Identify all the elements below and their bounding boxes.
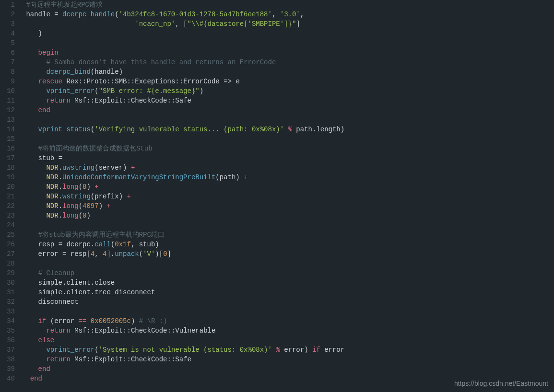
token: :: [79,78,87,85]
token: #向远程主机发起RPC请求 [26,1,103,9]
token: handle [22,11,54,18]
code-line[interactable]: NDR.long(4097) + [22,201,554,211]
token [22,164,46,172]
code-line[interactable]: vprint_error("SMB error: #{e.message}") [22,86,554,96]
token: + [106,202,110,210]
token: 4 [91,250,94,258]
code-line[interactable]: stub = [22,153,554,163]
line-number: 17 [0,153,15,163]
code-line[interactable]: end [22,105,554,115]
token: error [320,346,344,354]
line-number: 11 [0,96,15,105]
code-editor[interactable]: 1234567891011121314151617181920212223242… [0,0,554,392]
token: end [38,106,50,114]
line-number: 2 [0,10,15,19]
code-line[interactable]: end [22,364,554,374]
code-line[interactable] [22,115,554,125]
code-line[interactable]: NDR.long(0) [22,211,554,220]
code-line[interactable]: simple.client.close [22,278,554,288]
code-line[interactable]: begin [22,48,554,58]
token: simple.client.close [22,279,115,287]
line-number: 34 [0,316,15,326]
line-number: 21 [0,192,15,201]
token [22,327,46,334]
code-line[interactable]: if (error == 0x0052005c) # \R :) [22,316,554,326]
token: :: [106,78,115,85]
code-area[interactable]: #向远程主机发起RPC请求 handle = dcerpc_handle('4b… [19,0,554,392]
code-line[interactable]: 'ncacn_np', ["\\#{datastore['SMBPIPE']}"… [22,19,554,29]
token: path.length) [296,126,344,133]
token: long [62,212,79,219]
line-number: 22 [0,201,15,211]
code-line[interactable]: # Samba doesn't have this handle and ret… [22,58,554,67]
token: Rex [62,78,79,85]
line-number-gutter: 1234567891011121314151617181920212223242… [0,0,19,392]
code-line[interactable] [22,220,554,230]
code-line[interactable]: NDR.UnicodeConformantVaryingStringPreBui… [22,173,554,182]
token: , [300,11,304,18]
code-line[interactable] [22,259,554,268]
token: 'ncacn_np' [135,20,175,28]
code-line[interactable]: return Msf::Exploit::CheckCode::Safe [22,96,554,105]
token: ( [115,11,118,18]
code-line[interactable]: NDR.uwstring(server) + [22,163,554,173]
code-line[interactable]: return Msf::Exploit::CheckCode::Safe [22,355,554,364]
token: begin [38,49,59,57]
code-line[interactable]: handle = dcerpc_handle('4b324fc8-1670-01… [22,10,554,19]
token: (handle) [91,68,123,76]
code-line[interactable]: rescue Rex::Proto::SMB::Exceptions::Erro… [22,77,554,86]
line-number: 38 [0,355,15,364]
code-line[interactable] [22,134,554,144]
token [22,20,135,28]
token: simple.client.tree_disconnect [22,288,155,296]
token: ( [79,183,83,191]
line-number: 15 [0,134,15,144]
code-line[interactable]: simple.client.tree_disconnect [22,288,554,297]
code-line[interactable]: return Msf::Exploit::CheckCode::Vulnerab… [22,326,554,335]
code-line[interactable]: NDR.long(8) + [22,182,554,192]
code-line[interactable]: vprint_status('Verifying vulnerable stat… [22,125,554,134]
token: Msf [71,327,87,334]
token: "\\#{datastore['SMBPIPE']}" [187,20,296,28]
line-number: 18 [0,163,15,173]
token [22,269,38,277]
token: NDR [46,193,58,200]
line-number: 1 [0,0,15,10]
code-line[interactable]: #向远程主机发起RPC请求 [22,0,554,10]
line-number: 31 [0,288,15,297]
line-number: 27 [0,249,15,259]
code-line[interactable]: # Cleanup [22,268,554,278]
code-line[interactable]: vprint_error('System is not vulnerable (… [22,345,554,355]
line-number: 25 [0,230,15,240]
code-line[interactable] [22,307,554,316]
token: unpack [115,250,139,258]
token: e [236,78,239,85]
code-line[interactable]: NDR.wstring(prefix) + [22,192,554,201]
line-number: 6 [0,48,15,58]
token: . [59,183,62,191]
code-line[interactable]: #将stub最为内容调用远程主机的RPC端口 [22,230,554,240]
line-number: 9 [0,77,15,86]
token: :: [123,327,131,334]
token: NDR [46,164,58,172]
code-line[interactable]: else [22,335,554,345]
token: ( [91,126,94,133]
code-line[interactable]: resp = dcerpc.call(0x1f, stub) [22,240,554,249]
token: = [59,154,62,162]
token: NDR [46,212,58,219]
token: 0x0052005c [91,317,131,325]
code-line[interactable]: ) [22,29,554,38]
code-line[interactable]: #将前面构造的数据整合成数据包Stub [22,144,554,153]
code-line[interactable] [22,38,554,48]
token: if [38,317,47,325]
line-number: 10 [0,86,15,96]
code-line[interactable]: disconnect [22,297,554,307]
token: 0 [163,250,167,258]
token [22,365,38,373]
token: Vulnerable [175,327,215,334]
code-line[interactable]: error = resp[4, 4].unpack('V')[0] [22,249,554,259]
code-line[interactable]: dcerpc_bind(handle) [22,67,554,77]
token: ( [94,87,98,95]
token: 'System is not vulnerable (status: 0x%08… [99,346,272,354]
line-number: 5 [0,38,15,48]
